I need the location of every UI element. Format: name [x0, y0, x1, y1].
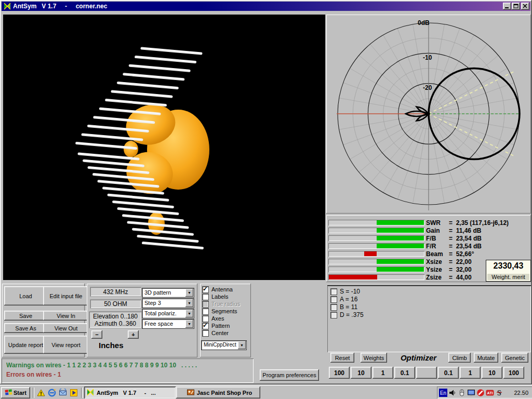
metric-row-swr: SWR= 2,35 (117,16-j6,12) [328, 219, 530, 227]
frequency-field[interactable]: 432 MHz [90, 287, 141, 296]
metric-label: Xsize [426, 258, 442, 265]
param-label: D = .375 [340, 311, 364, 318]
step-button-1-2[interactable]: 1 [373, 367, 393, 379]
metric-row-f-r: F/R= 23,54 dB [328, 243, 530, 250]
checkbox-axes[interactable] [203, 316, 208, 322]
param-checkbox-b-11[interactable] [331, 304, 337, 310]
metric-bar-ysize [328, 267, 424, 272]
mutate-button[interactable]: Mutate [474, 353, 498, 363]
minimize-button[interactable] [503, 3, 511, 10]
antenna-3d-render [3, 15, 325, 280]
checkbox-labels[interactable] [203, 294, 208, 300]
genetic-button[interactable]: Genetic [501, 353, 528, 363]
step-button-10-7[interactable]: 10 [482, 367, 502, 379]
task-button-antsym[interactable]: AntSym V 1.7 - ... [84, 387, 176, 398]
weight-merit-value: 2330,43 [486, 261, 530, 271]
mediaplayer-icon[interactable] [69, 388, 78, 397]
view-report-button[interactable]: View report [43, 336, 89, 354]
metric-bar-f-b [328, 235, 424, 241]
step-button-0-1-5[interactable]: 0.1 [438, 367, 459, 379]
view-out-button[interactable]: View Out [43, 323, 89, 333]
title-bar[interactable]: AntSym V 1.7 - corner.nec [2, 2, 530, 11]
optimizer-param-list: S = -10A = 16B = 11D = .375 [327, 285, 531, 352]
metric-bar-f-r [328, 243, 424, 249]
zoom-minus-button[interactable]: − [91, 330, 102, 339]
window-title: AntSym V 1.7 - corner.nec [13, 3, 107, 10]
step-button-100-0[interactable]: 100 [329, 367, 350, 379]
maximize-button[interactable] [512, 3, 520, 10]
checkbox-label: True radius [211, 301, 240, 307]
metric-bar-fill [377, 244, 424, 248]
weights-button[interactable]: Weights [361, 353, 387, 363]
view-in-button[interactable]: View In [43, 311, 89, 321]
chevron-down-icon[interactable]: ▼ [185, 310, 193, 317]
mouse-tray-icon[interactable] [458, 389, 466, 397]
chevron-down-icon[interactable]: ▼ [238, 341, 246, 349]
dropdown-value: Total polariz. [144, 310, 177, 316]
step-button-1-6[interactable]: 1 [460, 367, 481, 379]
metric-label: SWR [426, 219, 441, 227]
reset-button[interactable]: Reset [330, 353, 354, 363]
dropdown-value: Step 3 [144, 300, 161, 306]
load-button[interactable]: Load [4, 286, 47, 305]
update-report-button[interactable]: Update report [4, 336, 47, 354]
program-preferences-button[interactable]: Program preferences [260, 369, 319, 381]
metric-bar-swr [328, 220, 424, 225]
metric-bar-xsize [328, 259, 424, 264]
checkbox-segments[interactable] [203, 309, 208, 314]
ie-icon[interactable] [47, 388, 57, 397]
optimizer-step-buttons: 1001010.10.1110100 [329, 367, 531, 379]
checkbox-pattern[interactable]: ✓ [203, 323, 208, 329]
save-button[interactable]: Save [4, 311, 47, 321]
checkbox-antenna[interactable]: ✓ [203, 287, 208, 292]
climb-button[interactable]: Climb [448, 353, 471, 363]
param-label: A = 16 [340, 296, 357, 303]
antenna-3d-view[interactable] [3, 15, 325, 280]
param-checkbox-a-16[interactable] [331, 297, 337, 302]
edit-input-file-button[interactable]: Edit input file [43, 286, 89, 305]
step-button-blank[interactable] [416, 367, 437, 379]
save-as-button[interactable]: Save As [4, 323, 47, 333]
param-checkbox-s-10[interactable] [331, 289, 337, 295]
step-button-0-1-3[interactable]: 0.1 [394, 367, 415, 379]
antivirus-tray-icon[interactable] [476, 389, 485, 397]
volume-tray-icon[interactable] [448, 389, 457, 397]
task-label: AntSym V 1.7 - ... [97, 390, 156, 396]
engine-dropdown[interactable]: MiniCppDirect ▼ [202, 341, 246, 350]
close-button[interactable] [521, 3, 529, 10]
dropdown-free-space[interactable]: Free space▼ [142, 320, 194, 328]
dropdown-total-polariz[interactable]: Total polariz.▼ [142, 309, 194, 318]
task-button-jasc[interactable]: Jasc Paint Shop Pro [176, 387, 260, 398]
ati-tray-icon[interactable]: ATI [486, 389, 494, 397]
svg-text:S: S [497, 389, 501, 397]
metric-bar-zsize [328, 274, 424, 280]
sim-controls-panel: 432 MHz 50 OHM Elevation 0..180 Azimuth … [87, 284, 197, 357]
en-language-tray-icon[interactable]: En [439, 389, 447, 397]
start-button[interactable]: Start [1, 387, 30, 398]
dropdown-value: Free space [144, 321, 173, 327]
metric-label: F/B [426, 235, 436, 242]
warning-icon[interactable] [36, 388, 46, 397]
dropdown-step-3[interactable]: Step 3▼ [142, 299, 194, 308]
checkbox-center[interactable] [203, 330, 208, 336]
polar-label-minus10: -10 [423, 54, 432, 61]
chevron-down-icon[interactable]: ▼ [185, 299, 193, 307]
chevron-down-icon[interactable]: ▼ [185, 289, 193, 297]
display-options-panel: ✓AntennaLabelsTrue radiusSegmentsAxes✓Pa… [200, 284, 251, 357]
taskbar: Start AntSym V 1.7 - ...Jasc Paint Shop … [0, 384, 532, 399]
dropdown-3d-pattern[interactable]: 3D pattern▼ [142, 288, 194, 297]
display-tray-icon[interactable] [467, 389, 475, 397]
outlook-icon[interactable] [58, 388, 68, 397]
chevron-down-icon[interactable]: ▼ [185, 320, 193, 328]
impedance-field[interactable]: 50 OHM [90, 300, 141, 308]
elevation-range: Elevation 0..180 [93, 313, 138, 320]
svg-text:ATI: ATI [487, 391, 493, 395]
step-button-10-1[interactable]: 10 [351, 367, 371, 379]
step-button-100-8[interactable]: 100 [503, 367, 524, 379]
metric-bar-fill [377, 228, 424, 233]
metric-bar-fill [364, 251, 377, 256]
param-checkbox-d-375[interactable] [331, 312, 337, 318]
zoom-plus-button[interactable]: + [128, 330, 139, 339]
scheduler-tray-icon[interactable]: S [495, 389, 503, 397]
angle-range-box: Elevation 0..180 Azimuth 0..360 [89, 312, 141, 328]
